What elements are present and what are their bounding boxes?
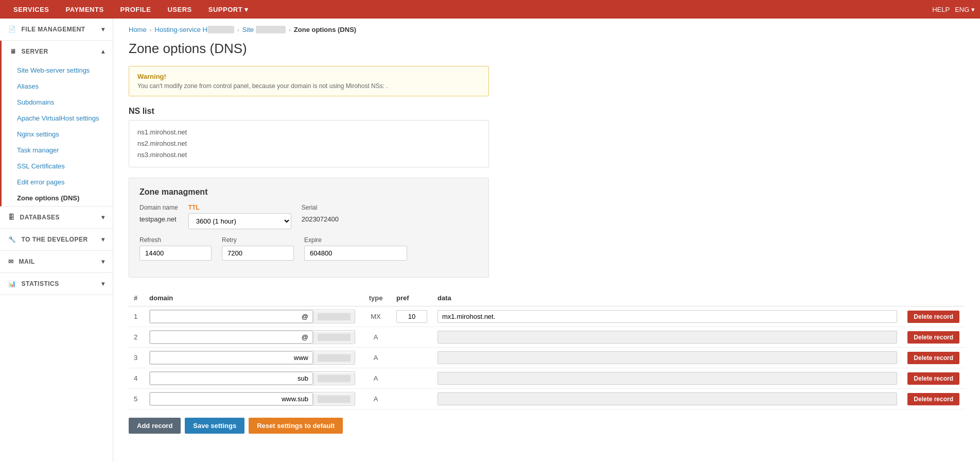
nav-help[interactable]: HELP — [932, 6, 950, 13]
ttl-group: TTL 3600 (1 hour) 7200 (2 hours) 14400 (… — [188, 204, 291, 229]
warning-title: Warning! — [137, 73, 480, 80]
top-nav: SERVICES PAYMENTS PROFILE USERS SUPPORT … — [0, 0, 980, 19]
row-num: 1 — [129, 306, 144, 327]
row-num: 2 — [129, 327, 144, 348]
domain-prefix-input[interactable] — [150, 372, 313, 385]
server-links: Site Web-server settings Aliases Subdoma… — [2, 62, 113, 206]
save-settings-button[interactable]: Save settings — [185, 418, 244, 434]
server-icon: 🖥 — [10, 48, 16, 55]
row-type: MX — [360, 306, 391, 327]
reset-settings-button[interactable]: Reset settings to default — [249, 418, 343, 434]
sidebar-link-error[interactable]: Edit error pages — [2, 174, 113, 190]
ttl-select[interactable]: 3600 (1 hour) 7200 (2 hours) 14400 (4 ho… — [188, 213, 291, 229]
row-type: A — [360, 389, 391, 409]
ns-list-title: NS list — [129, 107, 965, 116]
sidebar-developer-header[interactable]: 🔧 TO THE DEVELOPER ▾ — [0, 229, 113, 250]
data-input[interactable] — [437, 372, 897, 385]
sidebar-file-management-header[interactable]: 📄 FILE MANAGEMENT ▾ — [0, 19, 113, 40]
col-header-pref: pref — [391, 290, 432, 306]
top-nav-right: HELP ENG ▾ — [932, 6, 975, 13]
data-input[interactable] — [437, 392, 897, 405]
breadcrumb-service[interactable]: Hosting-service Hxxxxxxxx — [154, 26, 234, 33]
domain-prefix-input[interactable] — [150, 392, 313, 405]
stats-icon: 📊 — [8, 280, 16, 287]
breadcrumb-sep-3: › — [289, 27, 291, 33]
add-record-button[interactable]: Add record — [129, 418, 181, 434]
top-nav-left: SERVICES PAYMENTS PROFILE USERS SUPPORT … — [5, 0, 257, 19]
nav-profile[interactable]: PROFILE — [112, 0, 160, 19]
breadcrumb-home[interactable]: Home — [129, 26, 147, 33]
data-input[interactable] — [437, 351, 897, 364]
refresh-group: Refresh — [139, 236, 212, 261]
col-header-data: data — [432, 290, 902, 306]
nav-services[interactable]: SERVICES — [5, 0, 58, 19]
sidebar-link-aliases[interactable]: Aliases — [2, 78, 113, 94]
table-row: 5xxxxxxxxxxADelete record — [129, 389, 965, 409]
domain-suffix: xxxxxxxxxx — [313, 393, 355, 405]
sidebar-link-subdomains[interactable]: Subdomains — [2, 94, 113, 110]
delete-record-button[interactable]: Delete record — [907, 393, 959, 405]
ns-item-3: ns3.mirohost.net — [137, 149, 480, 161]
sidebar-section-databases: 🗄 DATABASES ▾ — [0, 207, 113, 229]
action-buttons: Add record Save settings Reset settings … — [129, 418, 965, 434]
row-num: 5 — [129, 389, 144, 409]
delete-record-button[interactable]: Delete record — [907, 352, 959, 364]
ns-section: NS list ns1.mirohost.net ns2.mirohost.ne… — [129, 107, 965, 167]
ttl-label: TTL — [188, 204, 291, 211]
domain-prefix-input[interactable] — [150, 331, 313, 344]
sidebar-link-apache[interactable]: Apache VirtualHost settings — [2, 110, 113, 126]
data-input[interactable] — [437, 310, 897, 323]
sidebar-databases-header[interactable]: 🗄 DATABASES ▾ — [0, 207, 113, 228]
data-input[interactable] — [437, 331, 897, 344]
row-type: A — [360, 348, 391, 368]
serial-label: Serial — [302, 204, 339, 211]
table-row: 2xxxxxxxxxxADelete record — [129, 327, 965, 348]
developer-label: TO THE DEVELOPER — [22, 236, 88, 243]
col-header-num: # — [129, 290, 144, 306]
sidebar-link-webserver[interactable]: Site Web-server settings — [2, 62, 113, 78]
delete-record-button[interactable]: Delete record — [907, 311, 959, 323]
warning-text: You can't modify zone from control panel… — [137, 82, 480, 90]
row-num: 4 — [129, 368, 144, 389]
domain-prefix-input[interactable] — [150, 310, 313, 323]
sidebar-section-statistics: 📊 STATISTICS ▾ — [0, 273, 113, 295]
table-row: 1xxxxxxxxxxMXDelete record — [129, 306, 965, 327]
serial-value: 2023072400 — [302, 213, 339, 223]
sidebar-link-nginx[interactable]: Nginx settings — [2, 126, 113, 142]
nav-lang[interactable]: ENG ▾ — [955, 6, 975, 13]
domain-label: Domain name — [139, 204, 178, 211]
dns-table: # domain type pref data 1xxxxxxxxxxMXDel… — [129, 290, 965, 409]
breadcrumb-sep-2: › — [237, 27, 239, 33]
expire-input[interactable] — [304, 246, 407, 261]
breadcrumb-site[interactable]: Site xxxxxxxxx — [242, 26, 286, 33]
domain-prefix-input[interactable] — [150, 351, 313, 364]
delete-record-button[interactable]: Delete record — [907, 331, 959, 344]
warning-box: Warning! You can't modify zone from cont… — [129, 66, 489, 96]
nav-payments[interactable]: PAYMENTS — [58, 0, 112, 19]
sidebar-mail-header[interactable]: ✉ MAIL ▾ — [0, 251, 113, 272]
sidebar-statistics-header[interactable]: 📊 STATISTICS ▾ — [0, 273, 113, 295]
refresh-input[interactable] — [139, 246, 212, 261]
domain-suffix: xxxxxxxxxx — [313, 332, 355, 343]
row-num: 3 — [129, 348, 144, 368]
sidebar-link-task[interactable]: Task manager — [2, 142, 113, 158]
domain-suffix: xxxxxxxxxx — [313, 373, 355, 384]
delete-record-button[interactable]: Delete record — [907, 372, 959, 385]
nav-support[interactable]: SUPPORT ▾ — [200, 0, 257, 19]
sidebar-section-server: 🖥 SERVER ▴ Site Web-server settings Alia… — [0, 41, 113, 207]
server-label: SERVER — [22, 48, 48, 55]
pref-input[interactable] — [396, 310, 427, 323]
mail-chevron: ▾ — [101, 258, 105, 265]
retry-input[interactable] — [222, 246, 294, 261]
main-content: Home › Hosting-service Hxxxxxxxx › Site … — [113, 19, 980, 462]
sidebar-link-ssl[interactable]: SSL Certificates — [2, 158, 113, 174]
nav-users[interactable]: USERS — [159, 0, 200, 19]
zone-mgmt-title: Zone managment — [139, 187, 478, 197]
zone-form-row-1: Domain name testpage.net TTL 3600 (1 hou… — [139, 204, 478, 229]
sidebar-server-header[interactable]: 🖥 SERVER ▴ — [2, 41, 113, 62]
sidebar-section-file-management: 📄 FILE MANAGEMENT ▾ — [0, 19, 113, 41]
sidebar-link-zone-dns[interactable]: Zone options (DNS) — [2, 190, 113, 206]
row-type: A — [360, 368, 391, 389]
file-icon: 📄 — [8, 26, 16, 33]
file-management-chevron: ▾ — [101, 26, 105, 33]
